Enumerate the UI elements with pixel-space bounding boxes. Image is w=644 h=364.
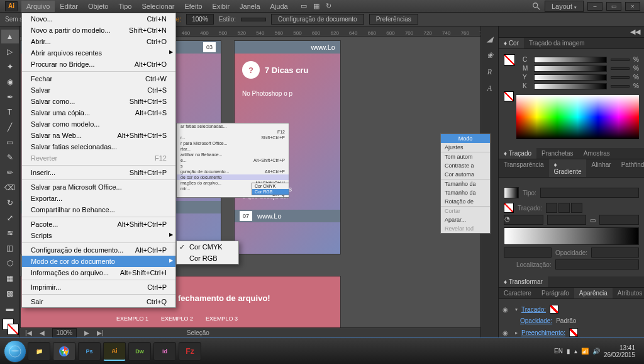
paintbrush-tool[interactable]: ✎: [1, 151, 19, 164]
visibility-toggle[interactable]: ◉: [502, 306, 511, 313]
nav-next-icon[interactable]: ▶: [84, 329, 89, 336]
menu-ajuda[interactable]: Ajuda: [265, 1, 293, 12]
transparency-tab[interactable]: Transparência: [499, 159, 549, 177]
appearance-stroke[interactable]: Traçado:: [521, 306, 546, 313]
file-menu-item[interactable]: Salvar para Microsoft Office...: [22, 181, 175, 193]
color-tab[interactable]: ♦ Cor: [499, 38, 524, 48]
stroke-opt-2[interactable]: [558, 203, 570, 213]
mesh-tool[interactable]: ▩: [1, 287, 19, 300]
file-menu-item[interactable]: Abrir arquivos recentes▶: [22, 47, 175, 59]
stop-location-field[interactable]: [555, 259, 639, 270]
zoom-level[interactable]: 100%: [52, 328, 77, 338]
search-icon[interactable]: [532, 2, 541, 11]
gradient-tab[interactable]: ♦ Gradiente: [549, 159, 587, 177]
file-menu-item[interactable]: Salvar como modelo...: [22, 118, 175, 130]
minimize-button[interactable]: –: [587, 2, 602, 11]
stroke-swatch[interactable]: [8, 324, 19, 335]
stroke-swatch[interactable]: [550, 305, 558, 314]
taskbar-dreamweaver[interactable]: Dw: [128, 342, 151, 361]
magic-wand-tool[interactable]: ✦: [1, 60, 19, 74]
menu-editar[interactable]: Editar: [55, 1, 83, 12]
y-value[interactable]: [611, 76, 630, 79]
file-menu-item[interactable]: Abrir...Ctrl+O: [22, 36, 175, 47]
rectangle-tool[interactable]: ▭: [1, 135, 19, 149]
c-value[interactable]: [611, 59, 630, 61]
tray-chevron-icon[interactable]: ▴: [574, 348, 577, 355]
tray-volume-icon[interactable]: 🔊: [592, 348, 600, 355]
type-panel-icon[interactable]: A: [484, 82, 496, 94]
aspect-field[interactable]: [599, 215, 639, 225]
taskbar-indesign[interactable]: Id: [153, 342, 176, 361]
context-item[interactable]: Rotação de: [441, 197, 490, 206]
panel-collapse-icon[interactable]: ◀◀: [626, 26, 644, 37]
scale-tool[interactable]: ⤢: [1, 211, 19, 225]
gradient-preview[interactable]: [504, 187, 519, 198]
file-menu-item[interactable]: Informações do arquivo...Alt+Shift+Ctrl+…: [22, 267, 175, 278]
selection-tool[interactable]: ▲: [1, 30, 19, 43]
stroke-tab[interactable]: ♦ Traçado: [499, 148, 536, 159]
file-menu-item[interactable]: Salvar na Web...Alt+Shift+Ctrl+S: [22, 130, 175, 141]
file-menu-item[interactable]: Novo a partir do modelo...Shift+Ctrl+N: [22, 25, 175, 36]
menu-selecionar[interactable]: Selecionar: [136, 1, 179, 12]
stop-opacity-field[interactable]: [591, 247, 639, 258]
opacity-field[interactable]: 100%: [186, 14, 214, 25]
toolbar-icon[interactable]: ▦: [313, 2, 319, 10]
file-menu-item[interactable]: Exportar...: [22, 193, 175, 204]
artboards-tab[interactable]: Pranchetas: [536, 148, 579, 159]
file-menu-item[interactable]: Pacote...Alt+Shift+Ctrl+P: [22, 219, 175, 230]
character-tab[interactable]: Caractere: [499, 288, 536, 299]
file-menu-item[interactable]: Salvar uma cópia...Alt+Ctrl+S: [22, 107, 175, 118]
stroke-opt-1[interactable]: [546, 203, 557, 213]
pathfinder-tab[interactable]: Pathfinder: [616, 159, 644, 177]
align-tab[interactable]: Alinhar: [586, 159, 616, 177]
visibility-toggle[interactable]: ◉: [502, 329, 511, 336]
toolbar-icon[interactable]: ▭: [301, 2, 307, 10]
taskbar-filezilla[interactable]: Fz: [179, 342, 201, 361]
k-slider[interactable]: [534, 83, 607, 89]
tray-flag-icon[interactable]: ▮: [567, 348, 570, 355]
menu-arquivo[interactable]: Arquivo: [21, 1, 55, 12]
menu-exibir[interactable]: Exibir: [208, 1, 235, 12]
fill-indicator[interactable]: [504, 54, 515, 65]
c-slider[interactable]: [534, 57, 607, 63]
taskbar-photoshop[interactable]: Ps: [78, 342, 101, 361]
symbols-panel-icon[interactable]: R: [484, 65, 496, 78]
start-button[interactable]: [4, 340, 26, 363]
nav-first-icon[interactable]: |◀: [25, 329, 32, 336]
attributes-tab[interactable]: Atributos: [613, 288, 644, 299]
type-tool[interactable]: T: [1, 105, 19, 119]
context-item[interactable]: Ajustes: [441, 143, 490, 152]
transform-tab[interactable]: ♦ Transformar: [499, 276, 548, 287]
file-menu-item[interactable]: Novo...Ctrl+N: [22, 13, 175, 25]
restore-button[interactable]: ▭: [606, 2, 621, 11]
color-panel-icon[interactable]: ◢: [484, 33, 496, 45]
lang-indicator[interactable]: EN: [554, 348, 563, 355]
context-item[interactable]: Aparar...: [441, 215, 490, 224]
doc-setup-button[interactable]: Configuração de documento: [271, 14, 364, 25]
file-menu-item[interactable]: Inserir...Shift+Ctrl+P: [22, 167, 175, 178]
swatches-tab[interactable]: Amostras: [579, 148, 615, 159]
image-trace-tab[interactable]: Traçado da imagem: [524, 38, 590, 48]
submenu-cmyk[interactable]: ✓Cor CMYK: [177, 241, 238, 253]
sync-icon[interactable]: ↻: [326, 2, 331, 10]
nav-prev-icon[interactable]: ◀: [40, 329, 45, 336]
gradient-stroke-swatch[interactable]: [504, 203, 514, 213]
file-menu-item[interactable]: Compartilhar no Behance...: [22, 204, 175, 215]
file-menu-item[interactable]: Salvar fatias selecionadas...: [22, 141, 175, 152]
submenu-rgb[interactable]: Cor RGB: [177, 253, 238, 264]
file-menu-item[interactable]: Imprimir...Ctrl+P: [22, 282, 175, 293]
perspective-tool[interactable]: ▦: [1, 271, 19, 285]
appearance-fill[interactable]: Preenchimento:: [521, 329, 565, 336]
color-none[interactable]: [504, 91, 514, 101]
k-value[interactable]: [611, 85, 630, 88]
menu-efeito[interactable]: Efeito: [179, 1, 207, 12]
m-value[interactable]: [611, 67, 630, 70]
clock[interactable]: 13:41 26/02/2015: [604, 344, 635, 358]
pencil-tool[interactable]: ✏: [1, 166, 19, 179]
file-menu-item[interactable]: Salvar como...Shift+Ctrl+S: [22, 96, 175, 107]
style-dropdown[interactable]: [241, 18, 266, 21]
taskbar-chrome[interactable]: [53, 342, 75, 361]
menu-objeto[interactable]: Objeto: [83, 1, 113, 12]
paragraph-tab[interactable]: Parágrafo: [536, 288, 574, 299]
close-button[interactable]: ×: [625, 2, 640, 11]
